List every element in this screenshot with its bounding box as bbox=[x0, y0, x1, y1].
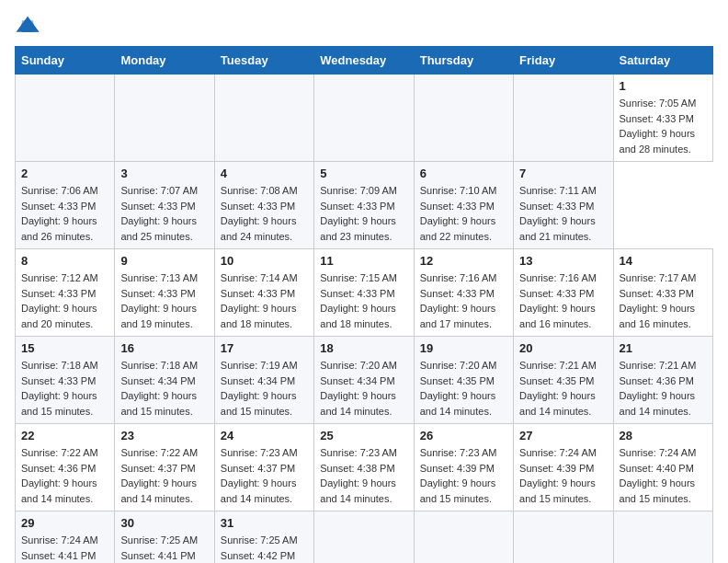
day-number-17: 17 bbox=[221, 341, 308, 355]
logo-icon bbox=[15, 15, 40, 35]
day-cell-18: 18Sunrise: 7:20 AMSunset: 4:34 PMDayligh… bbox=[314, 337, 414, 424]
day-cell-25: 25Sunrise: 7:23 AMSunset: 4:38 PMDayligh… bbox=[314, 424, 414, 511]
day-cell-13: 13Sunrise: 7:16 AMSunset: 4:33 PMDayligh… bbox=[514, 249, 613, 337]
day-detail-28: Sunrise: 7:24 AMSunset: 4:40 PMDaylight:… bbox=[620, 445, 707, 506]
day-number-28: 28 bbox=[620, 429, 707, 442]
day-number-10: 10 bbox=[221, 254, 308, 268]
empty-cell bbox=[414, 511, 513, 564]
day-detail-16: Sunrise: 7:18 AMSunset: 4:34 PMDaylight:… bbox=[120, 358, 208, 419]
header-thursday: Thursday bbox=[414, 47, 513, 75]
day-detail-11: Sunrise: 7:15 AMSunset: 4:33 PMDaylight:… bbox=[320, 270, 407, 331]
day-cell-21: 21Sunrise: 7:21 AMSunset: 4:36 PMDayligh… bbox=[613, 337, 712, 424]
day-number-3: 3 bbox=[120, 167, 208, 180]
header-sunday: Sunday bbox=[16, 47, 115, 75]
day-number-18: 18 bbox=[320, 341, 407, 355]
day-cell-17: 17Sunrise: 7:19 AMSunset: 4:34 PMDayligh… bbox=[214, 337, 313, 424]
day-cell-23: 23Sunrise: 7:22 AMSunset: 4:37 PMDayligh… bbox=[115, 424, 214, 511]
day-detail-24: Sunrise: 7:23 AMSunset: 4:37 PMDaylight:… bbox=[221, 445, 308, 506]
day-number-11: 11 bbox=[320, 254, 407, 268]
day-number-15: 15 bbox=[21, 341, 108, 355]
day-number-7: 7 bbox=[519, 167, 607, 180]
day-number-27: 27 bbox=[519, 429, 607, 442]
day-detail-19: Sunrise: 7:20 AMSunset: 4:35 PMDaylight:… bbox=[420, 358, 507, 419]
empty-cell bbox=[314, 75, 414, 162]
empty-cell bbox=[613, 511, 712, 564]
day-number-4: 4 bbox=[221, 167, 308, 180]
day-cell-1: 1Sunrise: 7:05 AMSunset: 4:33 PMDaylight… bbox=[613, 75, 712, 162]
day-number-8: 8 bbox=[21, 254, 108, 268]
day-cell-10: 10Sunrise: 7:14 AMSunset: 4:33 PMDayligh… bbox=[214, 249, 313, 337]
day-number-9: 9 bbox=[120, 254, 208, 268]
header-monday: Monday bbox=[115, 47, 214, 75]
day-detail-4: Sunrise: 7:08 AMSunset: 4:33 PMDaylight:… bbox=[221, 183, 308, 244]
day-detail-1: Sunrise: 7:05 AMSunset: 4:33 PMDaylight:… bbox=[620, 96, 707, 156]
day-detail-8: Sunrise: 7:12 AMSunset: 4:33 PMDaylight:… bbox=[21, 270, 108, 331]
day-detail-22: Sunrise: 7:22 AMSunset: 4:36 PMDaylight:… bbox=[21, 445, 108, 506]
day-number-20: 20 bbox=[519, 341, 607, 355]
week-row-6: 29Sunrise: 7:24 AMSunset: 4:41 PMDayligh… bbox=[16, 511, 713, 564]
day-number-2: 2 bbox=[21, 167, 108, 180]
day-detail-17: Sunrise: 7:19 AMSunset: 4:34 PMDaylight:… bbox=[221, 358, 308, 419]
day-detail-18: Sunrise: 7:20 AMSunset: 4:34 PMDaylight:… bbox=[320, 358, 407, 419]
day-cell-28: 28Sunrise: 7:24 AMSunset: 4:40 PMDayligh… bbox=[613, 424, 712, 511]
day-cell-7: 7Sunrise: 7:11 AMSunset: 4:33 PMDaylight… bbox=[514, 162, 613, 249]
header-friday: Friday bbox=[514, 47, 613, 75]
day-number-16: 16 bbox=[120, 341, 208, 355]
header-wednesday: Wednesday bbox=[314, 47, 414, 75]
header-saturday: Saturday bbox=[613, 47, 712, 75]
day-cell-20: 20Sunrise: 7:21 AMSunset: 4:35 PMDayligh… bbox=[514, 337, 613, 424]
day-number-19: 19 bbox=[420, 341, 507, 355]
day-number-5: 5 bbox=[320, 167, 407, 180]
day-number-25: 25 bbox=[320, 429, 407, 442]
day-number-29: 29 bbox=[21, 516, 108, 530]
calendar-table: SundayMondayTuesdayWednesdayThursdayFrid… bbox=[15, 46, 713, 563]
day-detail-5: Sunrise: 7:09 AMSunset: 4:33 PMDaylight:… bbox=[320, 183, 407, 244]
svg-marker-3 bbox=[28, 17, 39, 32]
empty-cell bbox=[314, 511, 414, 564]
day-cell-3: 3Sunrise: 7:07 AMSunset: 4:33 PMDaylight… bbox=[115, 162, 214, 249]
day-number-13: 13 bbox=[519, 254, 607, 268]
weekday-header-row: SundayMondayTuesdayWednesdayThursdayFrid… bbox=[16, 47, 713, 75]
day-cell-4: 4Sunrise: 7:08 AMSunset: 4:33 PMDaylight… bbox=[214, 162, 313, 249]
day-detail-31: Sunrise: 7:25 AMSunset: 4:42 PMDaylight:… bbox=[221, 533, 308, 563]
day-cell-31: 31Sunrise: 7:25 AMSunset: 4:42 PMDayligh… bbox=[214, 511, 313, 564]
day-number-22: 22 bbox=[21, 429, 108, 442]
day-number-6: 6 bbox=[420, 167, 507, 180]
empty-cell bbox=[414, 75, 513, 162]
day-detail-12: Sunrise: 7:16 AMSunset: 4:33 PMDaylight:… bbox=[420, 270, 507, 331]
day-detail-29: Sunrise: 7:24 AMSunset: 4:41 PMDaylight:… bbox=[21, 533, 108, 563]
day-cell-6: 6Sunrise: 7:10 AMSunset: 4:33 PMDaylight… bbox=[414, 162, 513, 249]
day-cell-12: 12Sunrise: 7:16 AMSunset: 4:33 PMDayligh… bbox=[414, 249, 513, 337]
logo bbox=[15, 15, 44, 35]
page-header bbox=[15, 15, 713, 35]
day-cell-5: 5Sunrise: 7:09 AMSunset: 4:33 PMDaylight… bbox=[314, 162, 414, 249]
day-detail-20: Sunrise: 7:21 AMSunset: 4:35 PMDaylight:… bbox=[519, 358, 607, 419]
day-cell-8: 8Sunrise: 7:12 AMSunset: 4:33 PMDaylight… bbox=[16, 249, 115, 337]
day-detail-10: Sunrise: 7:14 AMSunset: 4:33 PMDaylight:… bbox=[221, 270, 308, 331]
empty-cell bbox=[514, 511, 613, 564]
day-detail-23: Sunrise: 7:22 AMSunset: 4:37 PMDaylight:… bbox=[120, 445, 208, 506]
day-cell-26: 26Sunrise: 7:23 AMSunset: 4:39 PMDayligh… bbox=[414, 424, 513, 511]
day-cell-22: 22Sunrise: 7:22 AMSunset: 4:36 PMDayligh… bbox=[16, 424, 115, 511]
day-detail-7: Sunrise: 7:11 AMSunset: 4:33 PMDaylight:… bbox=[519, 183, 607, 244]
day-detail-6: Sunrise: 7:10 AMSunset: 4:33 PMDaylight:… bbox=[420, 183, 507, 244]
empty-cell bbox=[16, 75, 115, 162]
day-detail-2: Sunrise: 7:06 AMSunset: 4:33 PMDaylight:… bbox=[21, 183, 108, 244]
day-cell-11: 11Sunrise: 7:15 AMSunset: 4:33 PMDayligh… bbox=[314, 249, 414, 337]
week-row-3: 8Sunrise: 7:12 AMSunset: 4:33 PMDaylight… bbox=[16, 249, 713, 337]
week-row-4: 15Sunrise: 7:18 AMSunset: 4:33 PMDayligh… bbox=[16, 337, 713, 424]
day-number-30: 30 bbox=[120, 516, 208, 530]
day-cell-19: 19Sunrise: 7:20 AMSunset: 4:35 PMDayligh… bbox=[414, 337, 513, 424]
day-number-23: 23 bbox=[120, 429, 208, 442]
day-cell-16: 16Sunrise: 7:18 AMSunset: 4:34 PMDayligh… bbox=[115, 337, 214, 424]
day-detail-26: Sunrise: 7:23 AMSunset: 4:39 PMDaylight:… bbox=[420, 445, 507, 506]
day-detail-15: Sunrise: 7:18 AMSunset: 4:33 PMDaylight:… bbox=[21, 358, 108, 419]
week-row-5: 22Sunrise: 7:22 AMSunset: 4:36 PMDayligh… bbox=[16, 424, 713, 511]
day-cell-15: 15Sunrise: 7:18 AMSunset: 4:33 PMDayligh… bbox=[16, 337, 115, 424]
day-cell-30: 30Sunrise: 7:25 AMSunset: 4:41 PMDayligh… bbox=[115, 511, 214, 564]
day-detail-25: Sunrise: 7:23 AMSunset: 4:38 PMDaylight:… bbox=[320, 445, 407, 506]
day-number-1: 1 bbox=[620, 79, 707, 93]
day-cell-2: 2Sunrise: 7:06 AMSunset: 4:33 PMDaylight… bbox=[16, 162, 115, 249]
day-detail-13: Sunrise: 7:16 AMSunset: 4:33 PMDaylight:… bbox=[519, 270, 607, 331]
day-cell-27: 27Sunrise: 7:24 AMSunset: 4:39 PMDayligh… bbox=[514, 424, 613, 511]
